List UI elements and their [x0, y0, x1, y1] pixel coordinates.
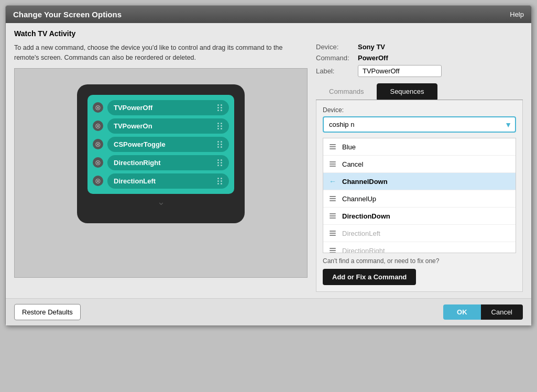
cmd-icon-directionleft — [327, 228, 338, 238]
left-panel: To add a new command, choose the device … — [14, 43, 308, 292]
remove-btn-3[interactable]: ⊗ — [93, 139, 103, 149]
tab-commands-label: Commands — [329, 88, 364, 95]
label-label: Label: — [316, 67, 358, 75]
cmd-text-cancel: Cancel — [342, 160, 363, 168]
tab-commands[interactable]: Commands — [316, 83, 377, 100]
drag-handle-3 — [217, 141, 223, 148]
arrow-left-icon: ← — [329, 177, 336, 186]
commands-device-label: Device: — [323, 106, 516, 114]
list-item[interactable]: DirectionDown — [323, 208, 516, 225]
drag-handle-5 — [217, 178, 223, 184]
remove-btn-1[interactable]: ⊗ — [93, 102, 103, 113]
activity-title: Watch TV Activity — [14, 29, 523, 38]
bars-icon — [330, 248, 336, 253]
remote-button-row-2: ⊗ TVPowerOn — [93, 118, 229, 134]
tab-content: Device: coship n ▼ — [316, 100, 523, 292]
title-bar: Change Your Screen Options Help — [6, 6, 531, 23]
device-select[interactable]: coship n — [323, 116, 516, 133]
remote-cmd-label-2: TVPowerOn — [114, 122, 152, 130]
device-info: Device: Sony TV Command: PowerOff Label: — [316, 43, 523, 77]
label-row: Label: — [316, 65, 523, 77]
ok-cancel-group: OK Cancel — [443, 304, 523, 320]
device-value: Sony TV — [358, 43, 385, 51]
remote-cmd-btn-1[interactable]: TVPowerOff — [107, 100, 229, 115]
remote-cmd-label-5: DirectionLeft — [114, 177, 156, 185]
main-content: To add a new command, choose the device … — [14, 43, 523, 292]
device-select-wrapper: coship n ▼ — [323, 116, 516, 133]
list-item[interactable]: Blue — [323, 138, 516, 156]
main-dialog: Change Your Screen Options Help Watch TV… — [5, 5, 532, 326]
bars-icon — [330, 213, 336, 219]
cancel-button[interactable]: Cancel — [481, 304, 523, 320]
list-item[interactable]: ← ChannelDown — [323, 173, 516, 190]
tab-sequences-label: Sequences — [390, 88, 424, 95]
remove-btn-4[interactable]: ⊗ — [93, 157, 103, 168]
cmd-icon-directionright — [327, 245, 338, 253]
command-label: Command: — [316, 54, 358, 62]
remote-cmd-btn-5[interactable]: DirectionLeft — [107, 173, 229, 189]
cmd-text-channeldown: ChannelDown — [342, 178, 388, 186]
cmd-text-channelup: ChannelUp — [342, 195, 376, 203]
drag-handle-4 — [217, 159, 223, 166]
remote-button-row-5: ⊗ DirectionLeft — [93, 173, 229, 189]
remote-cmd-label-4: DirectionRight — [114, 159, 161, 167]
scroll-down-indicator[interactable]: ⌄ — [87, 196, 234, 208]
remote-cmd-btn-4[interactable]: DirectionRight — [107, 155, 229, 170]
command-value: PowerOff — [358, 54, 388, 62]
cmd-text-directiondown: DirectionDown — [342, 212, 390, 220]
cmd-text-directionright: DirectionRight — [342, 247, 385, 254]
remote-cmd-label-1: TVPowerOff — [114, 104, 152, 112]
cmd-icon-blue — [327, 141, 338, 152]
tab-container: Commands Sequences — [316, 83, 523, 100]
cmd-text-blue: Blue — [342, 143, 356, 151]
label-input[interactable] — [358, 65, 442, 77]
cmd-text-directionleft: DirectionLeft — [342, 230, 380, 237]
device-row: Device: Sony TV — [316, 43, 523, 51]
bottom-bar: Restore Defaults OK Cancel — [6, 298, 531, 325]
bars-icon — [330, 231, 336, 236]
cmd-icon-directiondown — [327, 211, 338, 221]
remote-screen: ⊗ TVPowerOff — [87, 95, 234, 194]
cmd-icon-cancel — [327, 159, 338, 169]
remote-cmd-btn-2[interactable]: TVPowerOn — [107, 118, 229, 134]
ok-button[interactable]: OK — [443, 304, 481, 320]
bars-icon — [330, 196, 336, 201]
cmd-icon-channelup — [327, 193, 338, 204]
remote-cmd-btn-3[interactable]: CSPowerToggle — [107, 137, 229, 152]
remote-button-row-3: ⊗ CSPowerToggle — [93, 137, 229, 152]
remove-btn-2[interactable]: ⊗ — [93, 121, 103, 131]
command-list: Blue Cancel ← — [323, 138, 516, 253]
dialog-title: Change Your Screen Options — [13, 10, 122, 19]
remote-button-row-4: ⊗ DirectionRight — [93, 155, 229, 170]
bars-icon — [330, 144, 336, 149]
list-item[interactable]: ChannelUp — [323, 190, 516, 208]
list-item[interactable]: DirectionRight — [323, 242, 516, 253]
add-fix-command-button[interactable]: Add or Fix a Command — [323, 269, 416, 285]
remote-cmd-label-3: CSPowerToggle — [114, 140, 166, 148]
list-item[interactable]: Cancel — [323, 156, 516, 173]
dialog-body: Watch TV Activity To add a new command, … — [6, 23, 531, 298]
right-panel: Device: Sony TV Command: PowerOff Label: — [308, 43, 523, 292]
remote-button-row-1: ⊗ TVPowerOff — [93, 100, 229, 115]
bars-icon — [330, 161, 336, 167]
command-row: Command: PowerOff — [316, 54, 523, 62]
restore-defaults-button[interactable]: Restore Defaults — [14, 304, 81, 320]
help-link[interactable]: Help — [510, 10, 524, 18]
device-label: Device: — [316, 43, 358, 51]
remote-device: ⊗ TVPowerOff — [77, 84, 245, 223]
drag-handle-1 — [217, 104, 223, 111]
cant-find-text: Can't find a command, or need to fix one… — [323, 257, 516, 265]
remote-container: ⊗ TVPowerOff — [14, 68, 308, 278]
cmd-icon-channeldown: ← — [327, 176, 338, 187]
list-item[interactable]: DirectionLeft — [323, 225, 516, 242]
remove-btn-5[interactable]: ⊗ — [93, 176, 103, 186]
drag-handle-2 — [217, 123, 223, 129]
instruction-text: To add a new command, choose the device … — [14, 43, 308, 63]
tab-sequences[interactable]: Sequences — [377, 83, 437, 100]
